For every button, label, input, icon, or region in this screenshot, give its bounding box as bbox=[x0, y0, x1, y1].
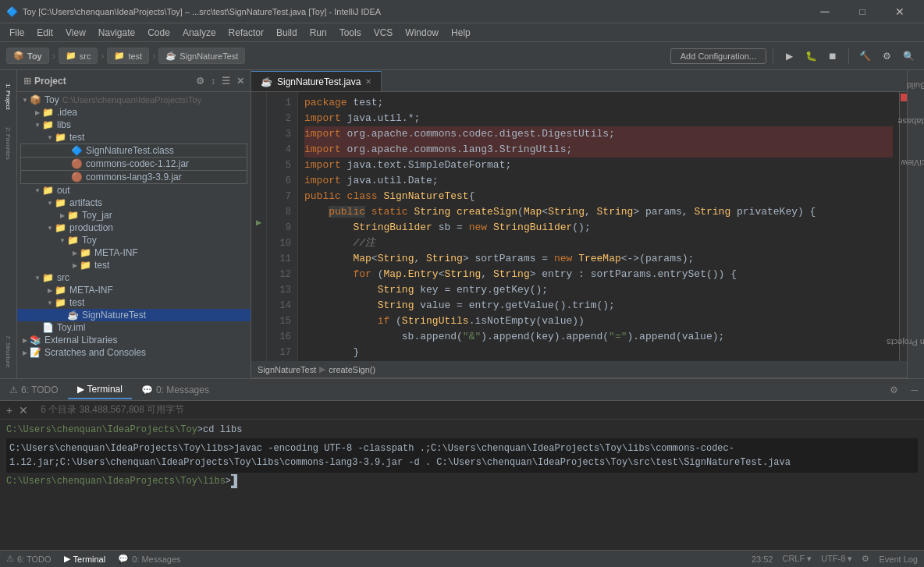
debug-button[interactable]: 🐛 bbox=[801, 47, 820, 66]
statusbar-event-log[interactable]: Event Log bbox=[879, 555, 918, 564]
statusbar-indent-icon[interactable]: ⚙ bbox=[862, 554, 869, 564]
bottom-tab-todo[interactable]: ⚠ 6: TODO bbox=[0, 381, 68, 399]
tree-label-meta-inf-prod: META-INF bbox=[94, 247, 138, 258]
close-button[interactable]: ✕ bbox=[882, 1, 918, 23]
bottom-tabs: ⚠ 6: TODO ▶ Terminal 💬 0: Messages ⚙ ─ bbox=[0, 379, 924, 401]
project-options-icon[interactable]: ☰ bbox=[222, 76, 230, 87]
terminal-content[interactable]: C:\Users\chenquan\IdeaProjects\Toy>cd li… bbox=[0, 420, 924, 550]
toolbar-sep4 bbox=[773, 48, 773, 64]
code-editor[interactable]: ▶ 1 2 3 4 5 6 7 8 9 10 11 12 13 14 15 16 bbox=[251, 92, 907, 361]
arrow-icon: ▼ bbox=[20, 97, 30, 104]
right-tab-database[interactable]: Database bbox=[894, 114, 924, 129]
tree-item-test-libs[interactable]: ▼ 📁 test bbox=[17, 131, 251, 144]
menu-tools[interactable]: Tools bbox=[333, 26, 368, 40]
java-tab-icon: ☕ bbox=[261, 76, 272, 87]
tree-item-src[interactable]: ▼ 📁 src bbox=[17, 271, 251, 284]
tree-item-idea[interactable]: ▶ 📁 .idea bbox=[17, 106, 251, 119]
tree-item-commons-lang3[interactable]: 🟤 commons-lang3-3.9.jar bbox=[20, 171, 247, 184]
side-tab-structure[interactable]: 7: Structure bbox=[2, 328, 16, 375]
breadcrumb-file[interactable]: SignNatureTest bbox=[258, 365, 316, 374]
statusbar-messages-label: 0: Messages bbox=[132, 555, 180, 564]
project-panel-header: ⊞ Project ⚙ ↕ ☰ ✕ bbox=[17, 70, 251, 92]
codec-jar-icon: 🟤 bbox=[71, 158, 83, 169]
tab-close-icon[interactable]: ✕ bbox=[365, 77, 371, 86]
tree-item-class[interactable]: 🔷 SignNatureTest.class bbox=[20, 144, 247, 158]
tree-item-scratches[interactable]: ▶ 📝 Scratches and Consoles bbox=[17, 346, 251, 359]
terminal-close-tab-button[interactable]: ✕ bbox=[19, 404, 28, 416]
search-everywhere-button[interactable]: 🔍 bbox=[899, 47, 918, 66]
menu-view[interactable]: View bbox=[59, 26, 92, 40]
project-expand-icon[interactable]: ↕ bbox=[211, 76, 215, 87]
project-close-icon[interactable]: ✕ bbox=[236, 76, 244, 87]
tree-item-commons-codec[interactable]: 🟤 commons-codec-1.12.jar bbox=[20, 158, 247, 171]
toolbar-test-btn[interactable]: 📁 test bbox=[107, 48, 149, 64]
run-button[interactable]: ▶ bbox=[780, 47, 798, 66]
tree-item-toy-jar[interactable]: ▶ 📁 Toy_jar bbox=[17, 209, 251, 221]
tree-label-scratches: Scratches and Consoles bbox=[44, 347, 146, 358]
ext-libs-arrow-icon: ▶ bbox=[20, 337, 30, 344]
statusbar-crlf[interactable]: CRLF ▾ bbox=[782, 554, 812, 564]
code-content[interactable]: package test; import java.util.*; import… bbox=[298, 92, 899, 361]
tree-item-toy-root[interactable]: ▼ 📦 Toy C:\Users\chenquan\IdeaProjects\T… bbox=[17, 94, 251, 106]
right-tab-build[interactable]: Build bbox=[903, 78, 924, 94]
statusbar-messages[interactable]: 💬 0: Messages bbox=[118, 554, 180, 564]
side-tab-project[interactable]: 1: Project bbox=[2, 73, 16, 120]
bottom-tab-terminal[interactable]: ▶ Terminal bbox=[68, 381, 132, 399]
menu-edit[interactable]: Edit bbox=[30, 26, 59, 40]
menu-help[interactable]: Help bbox=[445, 26, 477, 40]
build-button[interactable]: 🔨 bbox=[855, 47, 874, 66]
breadcrumb-method[interactable]: createSign() bbox=[329, 365, 375, 374]
statusbar-encoding[interactable]: UTF-8 ▾ bbox=[821, 554, 852, 564]
error-mark-top[interactable] bbox=[901, 94, 907, 101]
maximize-button[interactable]: □ bbox=[844, 1, 880, 23]
test-src-arrow-icon: ▼ bbox=[45, 299, 55, 307]
tree-item-test-prod[interactable]: ▶ 📁 test bbox=[17, 259, 251, 271]
menu-refactor[interactable]: Refactor bbox=[222, 26, 270, 40]
bottom-tab-messages[interactable]: 💬 0: Messages bbox=[132, 381, 219, 399]
error-stripe bbox=[899, 92, 907, 361]
menu-navigate[interactable]: Navigate bbox=[92, 26, 141, 40]
tree-item-toy-prod[interactable]: ▼ 📁 Toy bbox=[17, 234, 251, 246]
minimize-button[interactable]: ─ bbox=[807, 1, 843, 23]
side-tab-favorites[interactable]: 2: Favorites bbox=[2, 120, 16, 167]
meta-inf-src-arrow-icon: ▶ bbox=[45, 287, 55, 294]
right-tab-sciview[interactable]: SciView bbox=[897, 155, 924, 171]
tree-item-meta-inf-prod[interactable]: ▶ 📁 META-INF bbox=[17, 246, 251, 259]
editor-tab-signnaturetest[interactable]: ☕ SignNatureTest.java ✕ bbox=[251, 71, 382, 91]
tree-item-signnaturetest[interactable]: ☕ SignNatureTest bbox=[17, 309, 251, 321]
tree-item-production[interactable]: ▼ 📁 production bbox=[17, 221, 251, 234]
menu-file[interactable]: File bbox=[3, 26, 30, 40]
menu-build[interactable]: Build bbox=[270, 26, 304, 40]
toolbar-src-btn[interactable]: 📁 src bbox=[59, 48, 98, 64]
menu-window[interactable]: Window bbox=[399, 26, 445, 40]
left-side-panel: 1: Project 2: Favorites 7: Structure bbox=[0, 70, 17, 378]
terminal-new-tab-button[interactable]: + bbox=[6, 404, 12, 416]
menu-run[interactable]: Run bbox=[304, 26, 333, 40]
tree-item-out[interactable]: ▼ 📁 out bbox=[17, 184, 251, 197]
tree-item-libs[interactable]: ▼ 📁 libs bbox=[17, 119, 251, 131]
statusbar-todo[interactable]: ⚠ 6: TODO bbox=[6, 554, 52, 564]
toolbar-file-btn[interactable]: ☕ SignNatureTest bbox=[158, 48, 245, 64]
settings-button[interactable]: ⚙ bbox=[877, 47, 896, 66]
menu-code[interactable]: Code bbox=[141, 26, 176, 40]
project-settings-icon[interactable]: ⚙ bbox=[196, 76, 204, 87]
tree-label-test-libs: test bbox=[69, 132, 84, 143]
tree-item-toy-iml[interactable]: 📄 Toy.iml bbox=[17, 321, 251, 334]
tree-label-libs: libs bbox=[57, 119, 71, 130]
stop-button[interactable]: ⏹ bbox=[823, 47, 842, 66]
tree-item-artifacts[interactable]: ▼ 📁 artifacts bbox=[17, 197, 251, 209]
tree-item-meta-inf-src[interactable]: ▶ 📁 META-INF bbox=[17, 284, 251, 296]
tree-item-test-src[interactable]: ▼ 📁 test bbox=[17, 296, 251, 309]
class-file-icon: 🔷 bbox=[71, 145, 83, 156]
statusbar-terminal[interactable]: ▶ Terminal bbox=[64, 554, 106, 564]
add-configuration-button[interactable]: Add Configuration... bbox=[670, 48, 766, 64]
tree-label-artifacts: artifacts bbox=[69, 197, 102, 208]
toolbar-project-btn[interactable]: 📦 Toy bbox=[6, 48, 49, 64]
menu-analyze[interactable]: Analyze bbox=[176, 26, 222, 40]
tree-item-external-libs[interactable]: ▶ 📚 External Libraries bbox=[17, 334, 251, 346]
test-prod-arrow-icon: ▶ bbox=[70, 262, 80, 269]
terminal-settings-icon[interactable]: ⚙ bbox=[883, 381, 904, 399]
terminal-minimize-icon[interactable]: ─ bbox=[904, 381, 924, 399]
menu-vcs[interactable]: VCS bbox=[368, 26, 400, 40]
right-tab-maven[interactable]: Maven Projects bbox=[883, 335, 924, 350]
